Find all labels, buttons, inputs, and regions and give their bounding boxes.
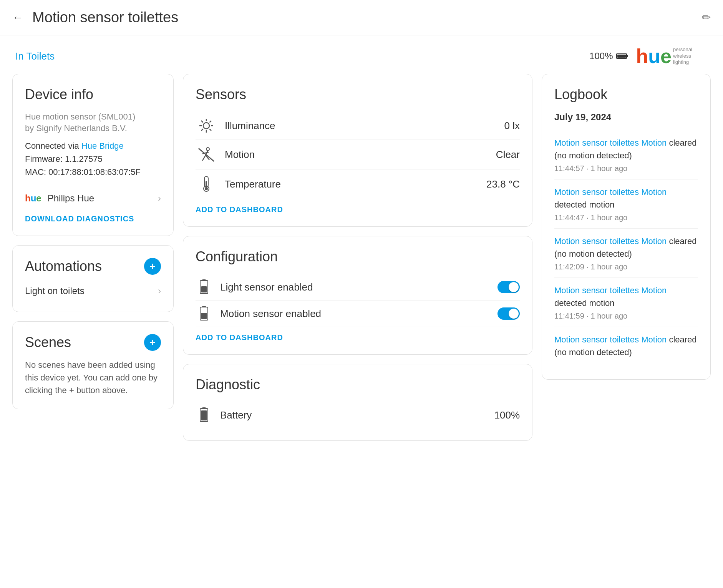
device-brand: by Signify Netherlands B.V. (25, 123, 161, 133)
motion-sensor-battery-icon (196, 307, 212, 321)
add-scene-button[interactable]: + (144, 334, 161, 351)
log-text-1: Motion sensor toilettes Motion detected … (554, 186, 698, 211)
diagnostic-battery-label: Battery (220, 409, 487, 421)
device-mac: MAC: 00:17:88:01:08:63:07:5F (25, 167, 161, 177)
svg-line-11 (202, 155, 206, 161)
config-motion-sensor-row: Motion sensor enabled (196, 301, 520, 327)
light-sensor-battery-icon (196, 280, 212, 294)
device-info-card: Device info Hue motion sensor (SML001) b… (12, 74, 174, 236)
sub-header: In Toilets 100% hue personal wireless li… (0, 35, 723, 74)
log-action-3: detected motion (554, 298, 615, 308)
location-link[interactable]: In Toilets (15, 50, 55, 62)
light-sensor-label: Light sensor enabled (220, 281, 490, 293)
motion-value: Clear (496, 149, 520, 161)
battery-info: 100% (589, 51, 627, 61)
motion-icon (196, 146, 217, 163)
svg-line-6 (210, 129, 212, 131)
hue-e: e (660, 45, 672, 67)
diagnostic-title: Diagnostic (196, 377, 520, 393)
scenes-card: Scenes + No scenes have been added using… (12, 321, 174, 409)
log-text-3: Motion sensor toilettes Motion detected … (554, 284, 698, 309)
device-model: Hue motion sensor (SML001) (25, 112, 161, 122)
sensor-motion-row: Motion Clear (196, 140, 520, 169)
hue-logo: hue personal wireless lighting (636, 45, 708, 68)
log-link-2[interactable]: Motion sensor toilettes Motion (554, 236, 667, 246)
mid-column: Sensors Illuminance (183, 74, 532, 441)
sensors-add-dashboard-button[interactable]: ADD TO DASHBOARD (196, 199, 283, 214)
battery-icon (616, 53, 627, 59)
log-link-0[interactable]: Motion sensor toilettes Motion (554, 138, 667, 148)
sensors-card: Sensors Illuminance (183, 74, 532, 227)
motion-label: Motion (225, 149, 488, 161)
hue-bridge-link[interactable]: Hue Bridge (81, 141, 124, 151)
log-text-0: Motion sensor toilettes Motion cleared (… (554, 136, 698, 162)
temperature-value: 23.8 °C (486, 178, 520, 190)
illuminance-label: Illuminance (225, 120, 497, 132)
add-automation-button[interactable]: + (144, 258, 161, 275)
svg-line-15 (199, 149, 214, 161)
mini-hue-logo: hue (25, 193, 41, 204)
config-add-dashboard-button[interactable]: ADD TO DASHBOARD (196, 327, 283, 342)
svg-line-7 (210, 121, 212, 123)
device-connection: Connected via Hue Bridge (25, 141, 161, 151)
log-entry-2: Motion sensor toilettes Motion cleared (… (554, 229, 698, 278)
edit-icon[interactable]: ✏ (702, 11, 711, 24)
configuration-card: Configuration Light sensor enabled Motio… (183, 236, 532, 355)
automation-item[interactable]: Light on toilets › (25, 282, 161, 299)
svg-point-9 (206, 148, 209, 151)
illuminance-value: 0 lx (504, 120, 520, 132)
diagnostic-card: Diagnostic Battery 100% (183, 364, 532, 441)
scenes-description: No scenes have been added using this dev… (25, 359, 161, 397)
sensors-title: Sensors (196, 86, 520, 103)
device-firmware: Firmware: 1.1.27575 (25, 154, 161, 164)
hue-h: h (636, 45, 648, 67)
log-time-3: 11:41:59 · 1 hour ago (554, 312, 698, 321)
philips-hue-row[interactable]: hue Philips Hue › (25, 188, 161, 208)
header: ← Motion sensor toilettes ✏ (0, 0, 723, 35)
philips-hue-left: hue Philips Hue (25, 193, 94, 204)
philips-hue-chevron-icon: › (158, 193, 161, 204)
device-info-title: Device info (25, 86, 161, 103)
logbook-date: July 19, 2024 (554, 112, 698, 123)
svg-line-5 (201, 121, 203, 123)
page-title: Motion sensor toilettes (32, 9, 702, 26)
main-content: Device info Hue motion sensor (SML001) b… (0, 74, 723, 453)
battery-hue-section: 100% hue personal wireless lighting (589, 45, 708, 68)
svg-point-0 (203, 123, 209, 129)
automations-title: Automations (25, 258, 102, 274)
log-entry-0: Motion sensor toilettes Motion cleared (… (554, 130, 698, 179)
automation-chevron-icon: › (158, 286, 161, 296)
log-link-1[interactable]: Motion sensor toilettes Motion (554, 187, 667, 197)
hue-tagline: personal wireless lighting (673, 47, 708, 66)
log-entry-3: Motion sensor toilettes Motion detected … (554, 278, 698, 327)
light-sensor-toggle[interactable] (497, 281, 520, 293)
log-link-3[interactable]: Motion sensor toilettes Motion (554, 286, 667, 295)
diagnostic-battery-value: 100% (494, 409, 520, 421)
illuminance-icon (196, 118, 217, 133)
battery-percentage: 100% (589, 51, 613, 61)
download-diagnostics-button[interactable]: DOWNLOAD DIAGNOSTICS (25, 208, 134, 223)
svg-rect-18 (206, 181, 207, 188)
diagnostic-battery-icon (196, 408, 212, 422)
log-entry-4: Motion sensor toilettes Motion cleared (… (554, 327, 698, 367)
logbook-title: Logbook (554, 86, 698, 103)
temperature-label: Temperature (225, 178, 479, 190)
log-entry-1: Motion sensor toilettes Motion detected … (554, 179, 698, 229)
config-light-sensor-row: Light sensor enabled (196, 274, 520, 301)
back-button[interactable]: ← (12, 12, 23, 24)
automations-card: Automations + Light on toilets › (12, 245, 174, 312)
logbook-card: Logbook July 19, 2024 Motion sensor toil… (542, 74, 711, 380)
log-text-2: Motion sensor toilettes Motion cleared (… (554, 235, 698, 260)
diagnostic-battery-row: Battery 100% (196, 402, 520, 428)
sensor-illuminance-row: Illuminance 0 lx (196, 112, 520, 140)
log-time-0: 11:44:57 · 1 hour ago (554, 164, 698, 173)
left-column: Device info Hue motion sensor (SML001) b… (12, 74, 174, 441)
svg-point-19 (205, 187, 208, 190)
motion-sensor-toggle[interactable] (497, 307, 520, 320)
svg-line-8 (201, 129, 203, 131)
temperature-icon (196, 176, 217, 193)
log-time-2: 11:42:09 · 1 hour ago (554, 262, 698, 271)
log-link-4[interactable]: Motion sensor toilettes Motion (554, 335, 667, 344)
hue-u: u (648, 45, 660, 67)
right-column: Logbook July 19, 2024 Motion sensor toil… (542, 74, 711, 441)
